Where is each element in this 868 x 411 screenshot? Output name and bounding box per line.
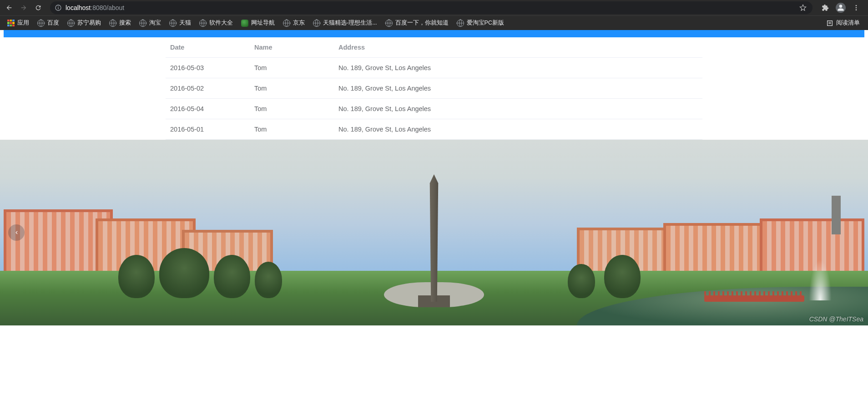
url-port: :8080 [91,4,106,11]
bookmark-item[interactable]: 苏宁易购 [64,17,105,29]
avatar-icon [836,3,846,13]
profile-button[interactable] [833,1,848,14]
cell-address: No. 189, Grove St, Los Angeles [334,99,702,119]
bookmark-item[interactable]: 天猫 [166,17,195,29]
reload-icon [35,4,42,11]
url-path: /about [106,4,124,11]
cell-name: Tom [250,119,334,140]
globe-icon [199,20,207,27]
cell-address: No. 189, Grove St, Los Angeles [334,58,702,78]
reading-list-label: 阅读清单 [836,19,860,27]
carousel-image: CSDN @TheITSea [0,140,868,325]
table-row: 2016-05-02TomNo. 189, Grove St, Los Ange… [166,78,702,99]
cell-date: 2016-05-01 [166,119,250,140]
reload-button[interactable] [32,1,45,14]
apps-button[interactable]: 应用 [4,17,33,29]
bookmark-item[interactable]: 爱淘宝PC新版 [453,17,508,29]
reading-list-icon [826,20,833,27]
apps-icon [7,20,15,27]
carousel-prev-button[interactable] [8,224,25,241]
header-strip [4,30,864,37]
bookmark-item[interactable]: 搜索 [106,17,135,29]
bookmark-label: 软件大全 [209,19,233,27]
nav-row: localhost:8080/about [0,0,868,15]
col-header-name: Name [250,37,334,58]
bookmark-item[interactable]: 百度 [34,17,63,29]
bookmark-label: 京东 [293,19,305,27]
table-row: 2016-05-03TomNo. 189, Grove St, Los Ange… [166,58,702,78]
bookmark-item[interactable]: 网址导航 [237,17,278,29]
address-bar[interactable]: localhost:8080/about [50,1,812,14]
menu-button[interactable] [849,1,863,14]
cell-date: 2016-05-03 [166,58,250,78]
bookmark-item[interactable]: 软件大全 [196,17,237,29]
bookmark-item[interactable]: 淘宝 [136,17,165,29]
bookmark-label: 淘宝 [149,19,161,27]
site-info-icon[interactable] [55,4,62,11]
page-viewport: Date Name Address 2016-05-03TomNo. 189, … [0,30,868,325]
arrow-right-icon [20,4,27,11]
extensions-button[interactable] [818,1,833,14]
url-text: localhost:8080/about [66,4,124,11]
bookmark-item[interactable]: 百度一下，你就知道 [382,17,452,29]
site-icon [241,20,248,27]
bookmark-label: 天猫 [179,19,191,27]
forward-button[interactable] [17,1,30,14]
globe-icon [313,20,320,27]
url-host: localhost [66,4,91,11]
col-header-address: Address [334,37,702,58]
back-button[interactable] [3,1,15,14]
globe-icon [283,20,290,27]
arrow-left-icon [5,4,13,11]
globe-icon [67,20,75,27]
toolbar-right [818,1,865,14]
bookmark-item[interactable]: 天猫精选-理想生活... [309,17,381,29]
globe-icon [457,20,464,27]
globe-icon [139,20,146,27]
kebab-icon [853,4,860,11]
cell-name: Tom [250,78,334,99]
svg-point-5 [856,9,857,10]
bookmark-label: 苏宁易购 [77,19,101,27]
cell-name: Tom [250,99,334,119]
svg-rect-2 [58,6,58,6]
cell-date: 2016-05-04 [166,99,250,119]
bookmarks-bar: 应用 百度苏宁易购搜索淘宝天猫软件大全网址导航京东天猫精选-理想生活...百度一… [0,15,868,30]
table-row: 2016-05-01TomNo. 189, Grove St, Los Ange… [166,119,702,140]
cell-address: No. 189, Grove St, Los Angeles [334,119,702,140]
bookmark-label: 百度一下，你就知道 [395,19,449,27]
svg-point-4 [856,7,857,9]
svg-point-3 [856,5,857,6]
reading-list-button[interactable]: 阅读清单 [822,19,864,27]
watermark-text: CSDN @TheITSea [809,315,863,323]
puzzle-icon [822,4,829,11]
cell-date: 2016-05-02 [166,78,250,99]
chevron-left-icon [13,229,20,236]
bookmark-label: 爱淘宝PC新版 [467,19,504,27]
globe-icon [169,20,177,27]
apps-label: 应用 [17,19,29,27]
table-row: 2016-05-04TomNo. 189, Grove St, Los Ange… [166,99,702,119]
cell-address: No. 189, Grove St, Los Angeles [334,78,702,99]
bookmark-label: 搜索 [119,19,131,27]
table-header-row: Date Name Address [166,37,702,58]
bookmark-label: 网址导航 [251,19,275,27]
globe-icon [385,20,393,27]
bookmark-label: 天猫精选-理想生活... [323,19,377,27]
cell-name: Tom [250,58,334,78]
svg-rect-1 [58,7,58,10]
bookmark-star-button[interactable] [798,3,808,13]
svg-rect-6 [828,20,833,25]
globe-icon [109,20,116,27]
table-container: Date Name Address 2016-05-03TomNo. 189, … [0,37,868,140]
globe-icon [37,20,45,27]
bookmark-label: 百度 [47,19,59,27]
bookmark-item[interactable]: 京东 [279,17,308,29]
col-header-date: Date [166,37,250,58]
star-icon [799,4,807,11]
browser-chrome: localhost:8080/about 应用 百 [0,0,868,30]
data-table: Date Name Address 2016-05-03TomNo. 189, … [166,37,702,140]
